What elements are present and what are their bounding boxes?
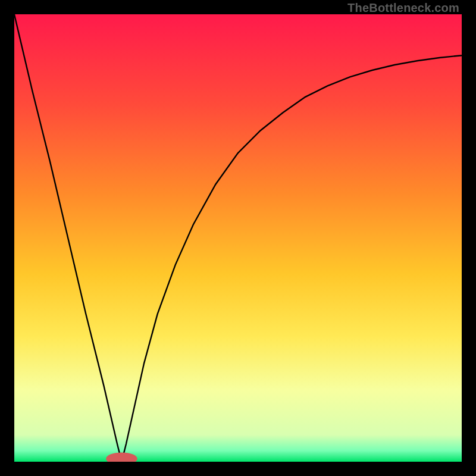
gradient-background [14,14,462,462]
chart-frame: TheBottleneck.com [0,0,476,476]
plot-svg [14,14,462,462]
plot-area [14,14,462,462]
attribution-text: TheBottleneck.com [347,1,459,15]
